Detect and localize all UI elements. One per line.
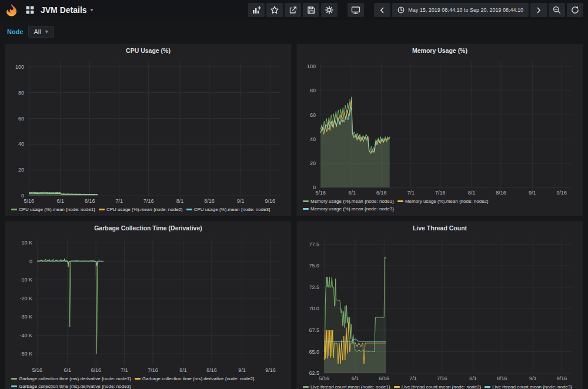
legend-row: CPU usage (%).mean {node: node1}CPU usag…: [11, 206, 285, 213]
star-button[interactable]: [266, 3, 283, 17]
svg-text:7/1: 7/1: [115, 198, 123, 204]
svg-text:8/16: 8/16: [497, 375, 507, 381]
legend-item[interactable]: Memory usage (%).mean {node: node1}: [303, 199, 394, 204]
legend-item[interactable]: Live thread count.mean {node: node2}: [394, 384, 482, 389]
legend-item[interactable]: CPU usage (%).mean {node: node3}: [186, 207, 270, 212]
chart-canvas[interactable]: 0204060801005/166/16/167/17/168/18/169/1…: [301, 57, 579, 197]
svg-text:9/16: 9/16: [557, 375, 567, 381]
chevron-down-icon: ▾: [91, 7, 93, 13]
time-range-text: May 15, 2019 08:44:10 to Sep 20, 2019 08…: [408, 7, 523, 13]
svg-text:9/1: 9/1: [529, 375, 537, 381]
svg-text:6/16: 6/16: [376, 190, 387, 196]
svg-text:6/16: 6/16: [379, 375, 389, 381]
save-button[interactable]: [303, 3, 319, 17]
chart-canvas[interactable]: 62.565.067.570.072.575.077.55/166/16/167…: [301, 234, 579, 383]
svg-text:6/16: 6/16: [85, 198, 95, 204]
refresh-icon: [571, 6, 579, 14]
chart-canvas[interactable]: 10 K0-10 K-20 K-30 K-40 K-50 K5/166/16/1…: [9, 234, 287, 374]
legend-item[interactable]: Memory usage (%).mean {node: node3}: [303, 206, 394, 212]
legend: Live thread count.mean {node: node1}Live…: [297, 383, 583, 389]
legend-series-label: CPU usage (%).mean {node: node3}: [194, 207, 270, 212]
clock-icon: [397, 6, 405, 14]
legend-series-swatch: [186, 209, 192, 210]
variable-value-dropdown[interactable]: All ▾: [28, 26, 54, 38]
legend-series-swatch: [99, 209, 105, 210]
navbar: JVM Details ▾: [0, 0, 588, 20]
svg-text:100: 100: [307, 63, 316, 69]
legend: Garbage collection time (ms).derivative …: [5, 374, 291, 389]
legend-series-label: Live thread count.mean {node: node3}: [492, 384, 572, 389]
refresh-button[interactable]: [567, 3, 583, 17]
chevron-right-icon: [535, 6, 542, 14]
svg-text:7/16: 7/16: [143, 198, 154, 204]
legend-series-swatch: [11, 209, 17, 210]
svg-text:9/16: 9/16: [265, 198, 276, 204]
legend-series-swatch: [135, 378, 141, 380]
chart-canvas[interactable]: 0204060801005/166/16/167/17/168/18/169/1…: [9, 57, 287, 205]
legend-series-swatch: [485, 386, 490, 388]
variable-value: All: [34, 28, 41, 35]
svg-text:5/16: 5/16: [316, 190, 326, 196]
legend-item[interactable]: Garbage collection time (ms).derivative …: [135, 376, 255, 381]
share-button[interactable]: [285, 3, 301, 17]
legend-row: Live thread count.mean {node: node1}Live…: [303, 383, 577, 389]
settings-button[interactable]: [321, 3, 338, 17]
legend-row: Memory usage (%).mean {node: node1}Memor…: [303, 197, 577, 205]
time-forward-button[interactable]: [530, 3, 547, 17]
svg-text:20: 20: [310, 160, 316, 166]
svg-text:0: 0: [29, 259, 32, 264]
zoom-out-button[interactable]: [549, 3, 565, 17]
legend-item[interactable]: Live thread count.mean {node: node3}: [485, 384, 572, 389]
legend-item[interactable]: Memory usage (%).mean {node: node2}: [397, 199, 489, 204]
panel-title[interactable]: CPU Usage (%): [5, 44, 291, 57]
svg-text:8/16: 8/16: [496, 190, 506, 196]
chevron-left-icon: [379, 6, 386, 14]
legend-series-swatch: [303, 208, 309, 210]
svg-text:75.0: 75.0: [309, 263, 319, 269]
submenu: Node All ▾: [0, 20, 588, 43]
dashboard-title: JVM Details: [41, 5, 87, 15]
svg-text:7/1: 7/1: [121, 367, 128, 373]
grafana-logo[interactable]: [5, 4, 18, 17]
panel-title[interactable]: Live Thread Count: [297, 222, 583, 234]
svg-text:8/16: 8/16: [206, 367, 217, 373]
time-range-button[interactable]: May 15, 2019 08:44:10 to Sep 20, 2019 08…: [392, 3, 529, 17]
svg-text:62.5: 62.5: [309, 370, 319, 376]
save-icon: [307, 6, 315, 14]
svg-text:20: 20: [18, 167, 24, 173]
legend-series-label: Live thread count.mean {node: node2}: [402, 384, 482, 389]
legend-series-swatch: [303, 386, 309, 388]
svg-text:8/1: 8/1: [469, 375, 477, 381]
legend-item[interactable]: CPU usage (%).mean {node: node2}: [99, 207, 183, 212]
legend-series-label: Garbage collection time (ms).derivative …: [19, 384, 131, 389]
svg-text:8/1: 8/1: [179, 367, 187, 373]
monitor-icon: [351, 6, 360, 15]
legend-item[interactable]: Live thread count.mean {node: node1}: [303, 384, 390, 389]
svg-text:9/1: 9/1: [237, 198, 245, 204]
legend-series-label: Garbage collection time (ms).derivative …: [19, 376, 131, 381]
svg-text:40: 40: [310, 136, 316, 142]
legend-row: Memory usage (%).mean {node: node3}: [303, 205, 577, 213]
panel-title[interactable]: Garbage Collection Time (Derivative): [5, 222, 291, 234]
legend-item[interactable]: CPU usage (%).mean {node: node1}: [11, 207, 95, 212]
legend-item[interactable]: Garbage collection time (ms).derivative …: [11, 376, 131, 381]
svg-text:-40 K: -40 K: [19, 333, 32, 338]
panel-gc-time: Garbage Collection Time (Derivative) 10 …: [5, 221, 292, 389]
svg-text:40: 40: [18, 141, 24, 147]
dashboard-title-button[interactable]: JVM Details ▾: [41, 5, 93, 15]
svg-text:6/1: 6/1: [348, 190, 356, 196]
dashboards-button[interactable]: [23, 3, 37, 17]
add-panel-button[interactable]: [248, 3, 265, 17]
svg-text:9/1: 9/1: [238, 367, 246, 373]
svg-text:-20 K: -20 K: [19, 296, 32, 301]
cycle-view-button[interactable]: [348, 3, 364, 17]
panel-title[interactable]: Memory Usage (%): [297, 44, 583, 57]
legend-series-label: CPU usage (%).mean {node: node2}: [106, 207, 183, 212]
svg-text:67.5: 67.5: [309, 327, 319, 333]
share-icon: [289, 6, 297, 14]
svg-text:7/1: 7/1: [409, 375, 417, 381]
svg-text:77.5: 77.5: [309, 242, 319, 247]
legend-series-label: Memory usage (%).mean {node: node3}: [310, 206, 394, 212]
legend-item[interactable]: Garbage collection time (ms).derivative …: [11, 384, 131, 389]
time-back-button[interactable]: [374, 3, 390, 17]
